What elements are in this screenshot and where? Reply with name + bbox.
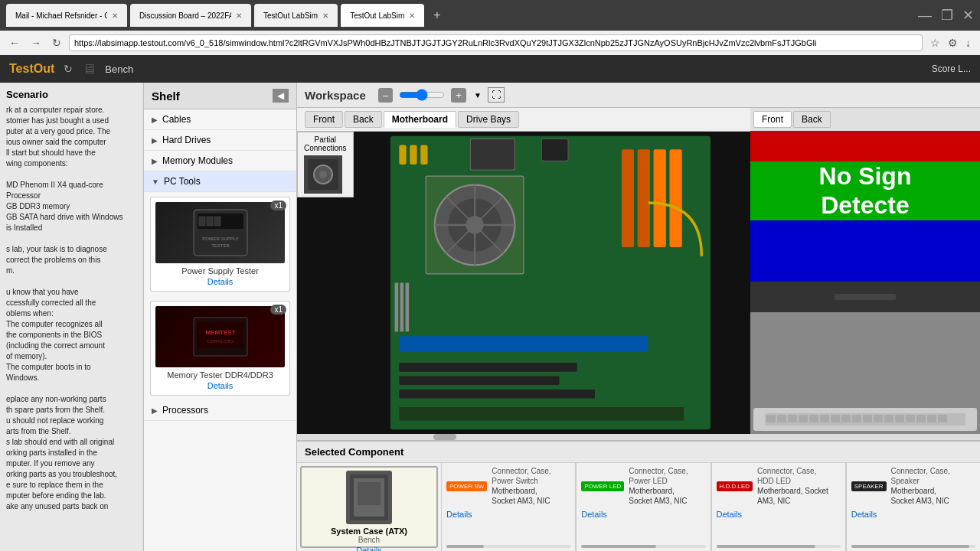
tab-testout2[interactable]: TestOut LabSim ✕ (341, 4, 424, 27)
sc-main-image (346, 471, 392, 524)
svg-rect-31 (399, 336, 648, 352)
tab-testout1-close[interactable]: ✕ (322, 11, 328, 20)
zoom-dropdown-icon[interactable]: ▼ (474, 91, 482, 99)
fullscreen-button[interactable]: ⛶ (488, 87, 505, 103)
sc-connector-1: POWER LED Connector, Case, Power LED Mot… (576, 463, 710, 551)
conn3-scroll (851, 545, 975, 548)
zoom-plus-button[interactable]: + (451, 88, 466, 103)
svg-rect-18 (654, 149, 666, 247)
svg-rect-36 (470, 139, 514, 170)
close-button[interactable]: ✕ (962, 7, 974, 24)
tab-discussion-close[interactable]: ✕ (236, 11, 242, 20)
shelf-item-pc-tools[interactable]: ▼ PC Tools (144, 171, 296, 192)
ws-tab-drive-bays[interactable]: Drive Bays (458, 111, 519, 128)
pc-tools-label: PC Tools (164, 176, 201, 187)
svg-rect-19 (670, 149, 682, 247)
reload-button[interactable]: ↻ (49, 35, 64, 51)
tab-mail-close[interactable]: ✕ (112, 11, 118, 20)
scenario-panel: Scenario rk at a computer repair store. … (0, 83, 144, 551)
svg-rect-57 (927, 415, 936, 422)
svg-rect-42 (766, 415, 776, 422)
ws-tab-back[interactable]: Back (345, 111, 382, 128)
svg-rect-37 (541, 139, 568, 161)
mon-tab-back[interactable]: Back (793, 111, 831, 128)
conn0-scroll (446, 545, 570, 548)
svg-rect-44 (788, 415, 797, 422)
address-bar[interactable] (69, 34, 923, 51)
workspace-header: Workspace – + ▼ ⛶ (297, 83, 980, 108)
tab-testout1[interactable]: TestOut LabSim ✕ (254, 4, 338, 27)
memory-modules-arrow-icon: ▶ (152, 157, 158, 165)
sc-main-details[interactable]: Details (356, 546, 382, 551)
tab-testout2-label: TestOut LabSim (350, 11, 404, 20)
svg-rect-48 (831, 415, 840, 422)
pst-tool-card: x1 POWER SUPPLY TESTER Power Supply Test… (150, 197, 290, 292)
svg-rect-56 (916, 415, 926, 422)
ws-tab-motherboard[interactable]: Motherboard (384, 111, 456, 128)
tab-mail[interactable]: Mail - Michael Refsnider - Outl... ✕ (6, 4, 127, 27)
svg-rect-16 (622, 149, 634, 247)
mem-tester-image: MEMTEST DDR4/DDR3 (155, 306, 285, 367)
mem-tester-details[interactable]: Details (155, 381, 285, 390)
scenario-title: Scenario (6, 89, 137, 100)
shelf-item-hard-drives[interactable]: ▶ Hard Drives (144, 130, 296, 151)
svg-point-14 (319, 171, 327, 178)
tab-discussion[interactable]: Discussion Board – 2022FA_CIS... ✕ (130, 4, 251, 27)
svg-rect-38 (395, 283, 399, 332)
shelf-item-cables[interactable]: ▶ Cables (144, 109, 296, 130)
conn1-details[interactable]: Details (581, 510, 705, 519)
conn0-details[interactable]: Details (446, 510, 570, 519)
mem-tester-name: Memory Tester DDR4/DDR3 (155, 370, 285, 380)
svg-rect-28 (399, 145, 406, 165)
conn2-details[interactable]: Details (717, 510, 841, 519)
refresh-icon[interactable]: ↻ (64, 63, 73, 75)
sc-main-name: System Case (ATX) (331, 527, 407, 536)
scroll-thumb[interactable] (433, 434, 456, 440)
shelf-item-memory-modules[interactable]: ▶ Memory Modules (144, 151, 296, 171)
tab-testout2-close[interactable]: ✕ (409, 11, 415, 20)
conn0-header: Connector, Case, Power Switch (492, 466, 550, 486)
conn3-details[interactable]: Details (851, 510, 975, 519)
extensions-icon[interactable]: ⚙ (948, 37, 958, 49)
ws-tab-front[interactable]: Front (305, 111, 343, 128)
app-header: TestOut ↻ 🖥 Bench Score L... (0, 55, 980, 83)
conn1-labels: Motherboard, Socket AM3, NIC (629, 486, 688, 506)
mem-tester-badge: x1 (270, 305, 286, 315)
sc-connector-0: POWER SW Connector, Case, Power Switch M… (441, 463, 575, 551)
star-icon[interactable]: ☆ (930, 37, 940, 49)
shelf-item-processors[interactable]: ▶ Processors (144, 400, 296, 421)
no-signal-text: No SignDetecte (819, 161, 912, 220)
conn3-labels: Motherboard, Socket AM3, NIC (891, 486, 950, 506)
minimize-button[interactable]: — (918, 8, 932, 24)
sc-main-item[interactable]: System Case (ATX) Bench Details (300, 466, 438, 548)
conn0-labels: Motherboard, Socket AM3, NIC (492, 486, 550, 506)
selected-component-panel: Selected Component System Case (ATX) B (297, 440, 980, 551)
forward-button[interactable]: → (28, 35, 44, 51)
restore-button[interactable]: ❐ (941, 7, 953, 24)
download-icon[interactable]: ↓ (965, 37, 971, 49)
conn3-cable-img: SPEAKER (851, 481, 887, 491)
pst-details[interactable]: Details (155, 277, 285, 286)
selected-component-items: System Case (ATX) Bench Details POWER SW… (297, 463, 980, 551)
horizontal-scroll-bar[interactable] (297, 434, 980, 440)
new-tab-button[interactable]: + (427, 8, 446, 22)
conn2-labels: Motherboard, Socket AM3, NIC (757, 486, 828, 506)
svg-rect-47 (820, 415, 829, 422)
app-logo: TestOut (9, 62, 54, 76)
monitor-icon: 🖥 (82, 61, 96, 77)
shelf-toggle-button[interactable]: ◀ (273, 89, 289, 103)
svg-rect-49 (841, 415, 851, 422)
svg-rect-30 (420, 145, 427, 165)
svg-rect-58 (938, 415, 947, 422)
zoom-slider[interactable] (399, 89, 445, 101)
back-button[interactable]: ← (6, 35, 23, 51)
sc-connector-3: SPEAKER Connector, Case, Speaker Motherb… (846, 463, 980, 551)
zoom-minus-button[interactable]: – (378, 88, 393, 103)
svg-rect-53 (884, 415, 893, 422)
sc-main-sub: Bench (358, 536, 380, 544)
monitor-tabs: Front Back (750, 108, 980, 131)
pc-tools-arrow-icon: ▼ (152, 178, 159, 186)
svg-rect-2 (199, 217, 205, 226)
svg-rect-52 (874, 415, 883, 422)
mon-tab-front[interactable]: Front (753, 111, 792, 128)
